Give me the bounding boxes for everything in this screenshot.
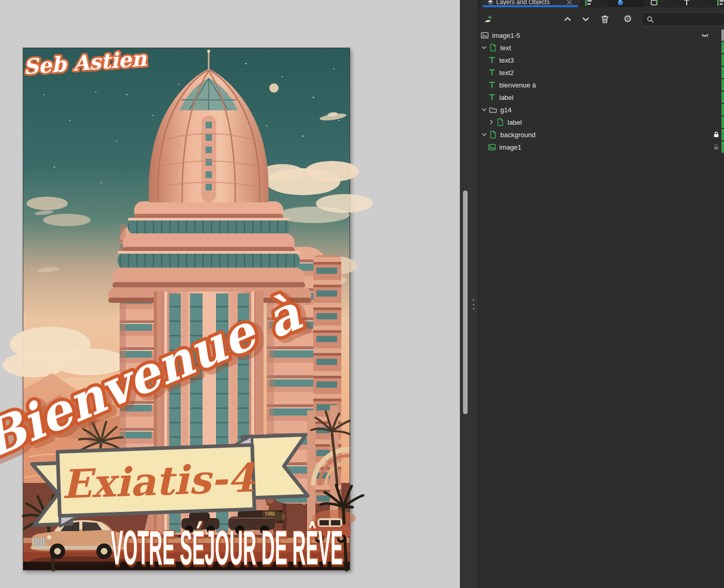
tagline-text: VOTRE SÉJOUR DE RÊVE — [111, 521, 343, 575]
panel-splitter-handle[interactable] — [473, 299, 475, 310]
layer-label: text — [500, 44, 511, 52]
poster-artwork: TARO — [23, 48, 350, 570]
banner-title-text: Exiatis-4 — [61, 454, 256, 507]
layer-color-strip — [721, 30, 724, 41]
layer-tree: image1-5 text text3 text2 bienvenue à la — [479, 29, 724, 153]
search-box[interactable] — [642, 12, 724, 26]
visibility-hidden-icon[interactable] — [701, 32, 709, 39]
layer-type-icon — [488, 81, 496, 89]
layer-label: label — [499, 94, 513, 101]
layer-label: g14 — [500, 106, 512, 114]
layer-color-strip — [721, 67, 724, 78]
text-icon[interactable] — [683, 0, 691, 7]
chevron-up-icon — [563, 14, 572, 24]
lock-icon[interactable] — [713, 143, 720, 151]
partial-tab-icon[interactable] — [716, 0, 724, 7]
layers-search-input[interactable] — [657, 15, 716, 24]
layer-type-icon — [489, 43, 497, 52]
trash-icon — [600, 14, 610, 24]
layer-label: image1-5 — [492, 32, 520, 39]
poster-page[interactable]: TARO — [23, 48, 350, 570]
layer-row[interactable]: text — [479, 41, 724, 54]
gear-icon: ⚙ — [623, 14, 632, 24]
panel-tab-bar: Layers and Objects — [479, 0, 724, 7]
layer-row[interactable]: text2 — [479, 66, 724, 79]
layer-type-icon — [488, 56, 496, 64]
layer-label: text3 — [499, 56, 514, 64]
layer-color-strip — [721, 116, 724, 128]
moon — [269, 83, 279, 93]
layer-color-strip — [721, 42, 724, 53]
layer-type-icon — [488, 93, 496, 101]
layer-label: text2 — [499, 69, 514, 77]
tagline-group: VOTRE SÉJOUR DE RÊVE VOTRE SÉJOUR DE RÊV… — [111, 521, 344, 576]
expander-icon[interactable] — [481, 44, 488, 51]
scrollbar-thumb[interactable] — [463, 190, 468, 414]
canvas-scrollbar-track[interactable] — [460, 0, 479, 588]
settings-button[interactable]: ⚙ — [621, 13, 634, 25]
tab-layers-and-objects[interactable]: Layers and Objects — [481, 0, 580, 7]
chevron-down-icon — [581, 14, 590, 24]
layer-color-strip — [721, 92, 724, 103]
layer-type-icon — [481, 31, 489, 39]
layer-type-icon — [496, 118, 504, 126]
layer-row[interactable]: g14 — [479, 104, 724, 116]
layer-row[interactable]: label — [479, 116, 724, 128]
move-up-button[interactable] — [561, 13, 574, 25]
layer-label: image1 — [499, 143, 522, 151]
layer-type-icon — [488, 68, 496, 77]
layers-toolbar: ⚙ — [479, 7, 724, 29]
delete-button[interactable] — [598, 13, 612, 25]
layer-type-icon — [489, 106, 497, 114]
layer-label: label — [508, 119, 522, 126]
canvas-area[interactable]: TARO — [0, 0, 460, 588]
export-icon[interactable] — [650, 0, 658, 7]
layer-row[interactable]: label — [479, 91, 724, 104]
layer-color-strip — [721, 54, 724, 66]
layer-row[interactable]: text3 — [479, 54, 724, 66]
layer-color-strip — [721, 141, 724, 153]
blue-tool-icon[interactable] — [616, 0, 625, 7]
layer-color-strip — [721, 104, 724, 115]
layer-color-strip — [721, 129, 724, 140]
layer-row[interactable]: background — [479, 128, 724, 141]
layer-row[interactable]: bienvenue à — [479, 79, 724, 91]
lock-icon[interactable] — [713, 131, 720, 138]
search-icon — [646, 16, 654, 23]
hotel-sign-text: TARO — [265, 512, 274, 517]
layer-color-strip — [721, 79, 724, 91]
layer-row[interactable]: image1 — [479, 141, 724, 153]
expander-icon[interactable] — [481, 131, 488, 138]
layer-row[interactable]: image1-5 — [479, 29, 724, 41]
layer-label: bienvenue à — [499, 81, 536, 89]
add-layer-icon — [484, 14, 493, 24]
add-layer-button[interactable] — [482, 13, 495, 25]
expander-icon[interactable] — [481, 106, 488, 113]
layer-type-icon — [489, 130, 497, 139]
move-down-button[interactable] — [579, 13, 592, 25]
objects-list-icon[interactable] — [584, 0, 592, 7]
layer-type-icon — [488, 143, 496, 151]
layer-label: background — [500, 131, 535, 139]
close-icon[interactable] — [567, 0, 572, 5]
layers-panel: Layers and Objects ⚙ image1-5 — [479, 0, 724, 588]
expander-icon[interactable] — [488, 119, 495, 126]
